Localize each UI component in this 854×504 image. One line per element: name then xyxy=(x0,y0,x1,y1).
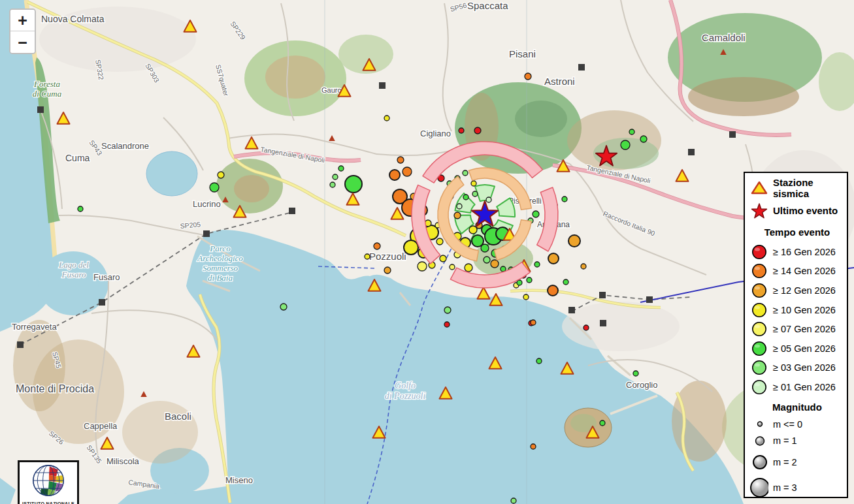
time-color-dot xyxy=(750,341,768,356)
seismic-event-marker[interactable] xyxy=(463,195,468,200)
seismic-event-marker[interactable] xyxy=(280,304,287,310)
legend-last-event-label: Ultimo evento xyxy=(773,205,838,216)
seismic-event-marker[interactable] xyxy=(454,212,461,219)
seismic-event-marker[interactable] xyxy=(471,181,476,186)
seismic-event-marker[interactable] xyxy=(548,253,559,264)
seismic-event-marker[interactable] xyxy=(525,73,531,80)
seismic-event-marker[interactable] xyxy=(533,211,539,217)
rail-station-square xyxy=(600,320,606,326)
seismic-event-marker[interactable] xyxy=(397,157,404,163)
magnitude-size-dot xyxy=(750,454,768,470)
seismic-event-marker[interactable] xyxy=(469,226,477,234)
seismic-event-marker[interactable] xyxy=(450,264,455,270)
seismic-event-marker[interactable] xyxy=(444,307,451,313)
seismic-event-marker[interactable] xyxy=(384,267,391,274)
zoom-out-button[interactable]: − xyxy=(10,31,35,53)
seismic-event-marker[interactable] xyxy=(640,136,647,142)
magnitude-size-dot xyxy=(750,420,768,428)
seismic-event-marker[interactable] xyxy=(365,254,370,259)
seismic-event-marker[interactable] xyxy=(563,279,568,285)
rail-station-square xyxy=(289,208,295,214)
legend-time-header: Tempo evento xyxy=(750,222,844,242)
seismic-event-marker[interactable] xyxy=(527,277,532,283)
time-color-dot xyxy=(750,379,768,395)
seismic-event-marker[interactable] xyxy=(404,240,418,255)
seismic-event-marker[interactable] xyxy=(581,264,586,269)
seismic-event-marker[interactable] xyxy=(548,285,558,296)
ingv-globe-icon xyxy=(30,464,67,498)
seismic-event-marker[interactable] xyxy=(436,238,443,245)
seismic-event-marker[interactable] xyxy=(621,140,630,150)
seismic-event-marker[interactable] xyxy=(491,260,499,268)
seismic-event-marker[interactable] xyxy=(486,197,491,202)
seismic-event-marker[interactable] xyxy=(374,243,380,249)
legend-time-entry: ≥ 14 Gen 2026 xyxy=(750,262,844,281)
seismic-event-marker[interactable] xyxy=(531,444,536,449)
seismic-event-marker[interactable] xyxy=(210,183,219,192)
seismic-event-marker[interactable] xyxy=(531,320,536,325)
map-place-label: Cappella xyxy=(84,421,118,431)
zoom-in-button[interactable]: + xyxy=(10,10,35,31)
seismic-event-marker[interactable] xyxy=(418,262,427,271)
seismic-event-marker[interactable] xyxy=(472,191,478,197)
seismic-event-marker[interactable] xyxy=(444,322,450,327)
seismic-event-marker[interactable] xyxy=(600,420,605,426)
magnitude-entry-label: m = 3 xyxy=(773,482,797,493)
seismic-event-marker[interactable] xyxy=(457,204,462,209)
seismic-event-marker[interactable] xyxy=(523,294,529,300)
map-place-label: Monte di Procida xyxy=(16,383,94,394)
legend-time-entry: ≥ 10 Gen 2026 xyxy=(750,300,844,320)
seismic-event-marker[interactable] xyxy=(501,266,506,272)
zoom-control: + − xyxy=(9,8,36,54)
last-event-star-icon xyxy=(750,202,768,219)
rail-station-square xyxy=(203,230,210,237)
legend-last-event-row: Ultimo evento xyxy=(750,199,844,222)
map-place-label: Miliscola xyxy=(107,456,140,466)
time-entry-label: ≥ 01 Gen 2026 xyxy=(773,382,836,392)
seismic-event-marker[interactable] xyxy=(583,325,589,330)
map-place-label: Gauro xyxy=(321,86,342,94)
seismic-event-marker[interactable] xyxy=(474,127,481,134)
seismic-event-marker[interactable] xyxy=(218,172,224,178)
rail-station-square xyxy=(17,341,24,348)
map-canvas[interactable]: Nuova ColmataSpaccataPisaniAstroniCamald… xyxy=(0,0,854,504)
magnitude-entry-label: m <= 0 xyxy=(773,419,802,430)
seismic-event-marker[interactable] xyxy=(517,280,522,285)
seismic-event-marker[interactable] xyxy=(536,358,542,364)
seismic-event-marker[interactable] xyxy=(511,498,516,503)
time-color-dot xyxy=(750,360,768,375)
seismic-event-marker[interactable] xyxy=(338,166,344,171)
seismic-event-marker[interactable] xyxy=(402,167,412,176)
map-place-label: Scalandrone xyxy=(101,141,149,151)
seismic-event-marker[interactable] xyxy=(440,255,446,262)
legend-time-entry: ≥ 16 Gen 2026 xyxy=(750,242,844,262)
seismic-event-marker[interactable] xyxy=(568,235,580,247)
map-water-label: Lago delFusaro xyxy=(58,260,89,279)
seismic-event-marker[interactable] xyxy=(384,116,389,121)
seismic-event-marker[interactable] xyxy=(389,170,400,180)
time-color-dot xyxy=(750,283,768,298)
ingv-logo: ISTITUTO NAZIONALE xyxy=(18,460,79,504)
seismic-event-marker[interactable] xyxy=(333,174,338,180)
legend-station-label: Stazione sismica xyxy=(773,177,844,199)
time-entry-label: ≥ 14 Gen 2026 xyxy=(773,266,836,276)
rail-station-square xyxy=(568,307,575,313)
seismic-event-marker[interactable] xyxy=(78,206,83,212)
seismic-event-marker[interactable] xyxy=(465,264,472,272)
seismic-event-marker[interactable] xyxy=(629,129,634,134)
magnitude-size-dot xyxy=(750,435,768,447)
seismic-event-marker[interactable] xyxy=(459,128,464,133)
time-color-dot xyxy=(750,321,768,337)
seismic-event-marker[interactable] xyxy=(463,170,468,176)
legend-magnitude-header: Magnitudo xyxy=(750,397,844,417)
seismic-event-marker[interactable] xyxy=(484,257,490,263)
seismic-event-marker[interactable] xyxy=(534,262,540,267)
legend-time-entry: ≥ 01 Gen 2026 xyxy=(750,377,844,397)
seismic-event-marker[interactable] xyxy=(345,176,362,193)
seismic-event-marker[interactable] xyxy=(633,371,638,376)
seismic-event-marker[interactable] xyxy=(481,244,489,252)
seismic-event-marker[interactable] xyxy=(330,182,335,187)
magnitude-entry-label: m = 1 xyxy=(773,435,797,446)
seismic-event-marker[interactable] xyxy=(562,197,567,202)
station-triangle-icon xyxy=(750,181,768,195)
